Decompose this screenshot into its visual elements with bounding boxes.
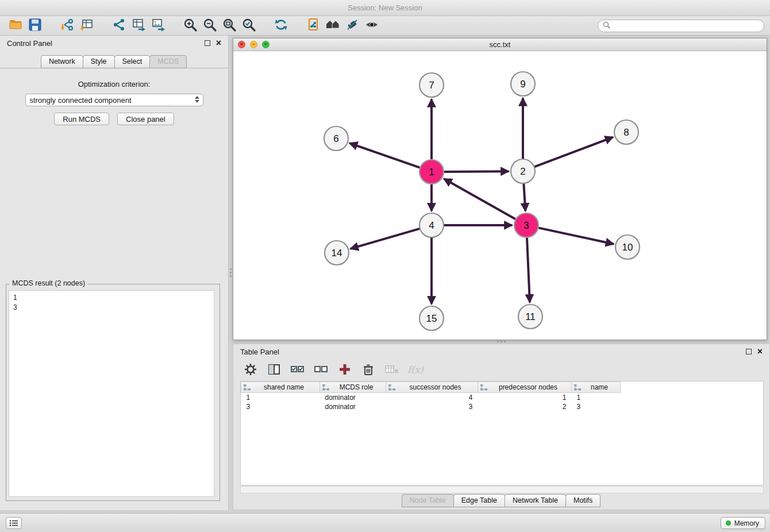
network-graph[interactable]: 7968124314101511 [233,52,767,340]
graph-edge-2-8[interactable] [535,137,613,167]
graph-node-4[interactable]: 4 [419,213,444,237]
graph-node-14[interactable]: 14 [325,241,349,265]
task-history-button[interactable] [6,517,22,529]
table-settings-button[interactable] [242,361,259,377]
tab-network[interactable]: Network [41,55,83,68]
attribute-tree-icon [574,384,581,391]
show-details-button[interactable] [362,17,382,34]
float-table-panel-icon[interactable] [746,349,752,354]
tab-select[interactable]: Select [114,55,151,68]
table-panel-header: Table Panel × [233,344,769,359]
table-cell[interactable]: 1 [572,393,621,402]
graph-edge-2-3[interactable] [523,184,525,210]
float-panel-icon[interactable] [205,40,210,46]
style-button[interactable] [342,17,362,34]
save-session-button[interactable] [25,17,45,34]
column-header-MCDS-role[interactable]: MCDS role [320,382,386,393]
table-cell[interactable]: 2 [478,402,572,411]
memory-button[interactable]: Memory [721,517,765,529]
delete-row-button[interactable] [360,361,376,377]
graph-node-1[interactable]: 1 [419,160,444,184]
table-cell[interactable]: 4 [386,393,478,402]
criterion-dropdown[interactable]: strongly connected component [25,94,203,106]
mcds-result-item[interactable]: 3 [13,303,210,313]
copy-network-button[interactable] [303,17,323,34]
table-cell[interactable]: dominator [320,402,386,411]
export-table-button[interactable] [129,17,148,34]
run-mcds-button[interactable]: Run MCDS [54,113,109,125]
table-horizontal-scrollbar[interactable] [240,486,764,494]
table-cell[interactable]: dominator [320,393,386,402]
graph-node-11[interactable]: 11 [518,304,542,329]
close-table-panel-icon[interactable]: × [757,347,763,356]
plus-icon [337,362,352,377]
select-all-button[interactable] [290,361,306,377]
column-header-shared-name[interactable]: shared name [241,382,320,393]
table-row[interactable]: 3dominator323 [241,402,763,411]
graph-node-10[interactable]: 10 [615,235,640,259]
graph-node-2[interactable]: 2 [511,159,535,183]
import-network-button[interactable] [57,17,77,34]
tab-mcds[interactable]: MCDS [149,55,187,68]
window-zoom-icon[interactable]: + [262,41,270,48]
graph-edge-1-6[interactable] [351,144,420,168]
tab-node-table[interactable]: Node Table [402,494,454,507]
column-layout-button[interactable] [266,361,282,377]
column-header-successor-nodes[interactable]: successor nodes [386,382,478,393]
table-cell[interactable]: 3 [572,402,621,411]
deselect-all-button[interactable] [313,361,329,377]
table-row[interactable]: 1dominator411 [241,393,763,402]
tab-motifs[interactable]: Motifs [565,494,600,507]
tab-edge-table[interactable]: Edge Table [453,494,505,507]
graph-edge-1-2[interactable] [444,171,508,172]
import-table-button[interactable] [77,17,97,34]
table-cell[interactable]: 3 [241,402,320,411]
graph-edge-3-1[interactable] [445,179,515,219]
column-header-predecessor-nodes[interactable]: predecessor nodes [478,382,572,393]
zoom-in-button[interactable] [180,17,200,34]
graph-edge-3-10[interactable] [539,228,613,244]
zoom-fit-button[interactable] [220,17,239,34]
graph-node-3[interactable]: 3 [514,213,538,237]
graph-edge-4-14[interactable] [351,229,419,249]
vertical-splitter-handle[interactable] [229,267,232,278]
search-box[interactable] [598,20,764,32]
mcds-result-title: MCDS result (2 nodes) [10,279,87,287]
graph-node-15[interactable]: 15 [419,306,444,330]
close-panel-icon[interactable]: × [216,38,221,48]
table-cell[interactable]: 1 [478,393,572,402]
refresh-button[interactable] [271,17,291,34]
graph-node-7[interactable]: 7 [419,73,444,97]
close-panel-button[interactable]: Close panel [117,113,174,125]
graph-node-6[interactable]: 6 [324,126,348,151]
graph-node-8[interactable]: 8 [614,120,638,144]
mcds-result-list[interactable]: 13 [9,290,214,497]
export-network-button[interactable] [109,17,129,34]
search-input[interactable] [613,22,759,30]
window-close-icon[interactable]: × [238,41,245,48]
graph-edge-3-11[interactable] [527,238,530,302]
export-image-icon [151,17,165,34]
home-overview-button[interactable] [323,17,342,34]
export-image-button[interactable] [148,17,168,34]
status-bar: Memory [0,513,770,532]
network-canvas[interactable]: 7968124314101511 [233,52,767,340]
zoom-out-button[interactable] [200,17,220,34]
tab-style[interactable]: Style [83,55,115,68]
table-cell[interactable]: 1 [241,393,320,402]
add-row-button[interactable] [337,361,353,377]
open-session-button[interactable] [6,17,25,34]
zoom-selected-button[interactable] [239,17,259,34]
table-cell[interactable]: 3 [386,402,478,411]
tab-network-table[interactable]: Network Table [505,494,566,507]
horizontal-splitter-handle[interactable] [494,340,508,343]
svg-text:7: 7 [429,80,434,91]
table-panel-tabs: Node TableEdge TableNetwork TableMotifs [233,494,769,507]
attribute-tree-icon [322,384,329,391]
column-header-name[interactable]: name [572,382,621,393]
mcds-result-item[interactable]: 1 [13,293,210,303]
window-minimize-icon[interactable]: − [250,41,257,48]
graph-node-9[interactable]: 9 [511,72,535,96]
control-panel-title: Control Panel [7,39,52,48]
attribute-tree-icon [388,384,395,391]
